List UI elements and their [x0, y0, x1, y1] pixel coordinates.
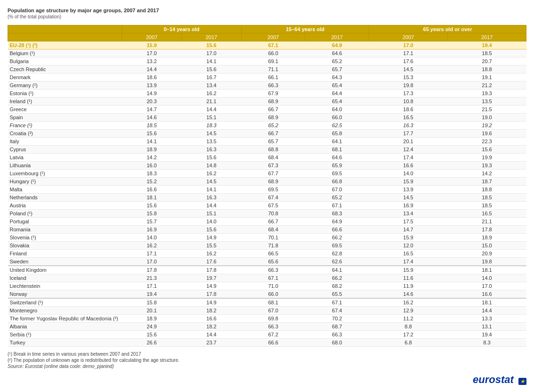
country-cell: Switzerland (¹)	[8, 298, 122, 307]
value-cell: 15.6	[447, 146, 526, 154]
value-cell: 67.5	[241, 202, 305, 210]
table-row: Sweden17.017.665.662.617.419.8	[8, 258, 526, 266]
value-cell: 65.2	[305, 57, 369, 65]
country-cell: Latvia	[8, 154, 122, 162]
value-cell: 12.4	[369, 146, 448, 154]
table-row: Luxembourg (¹)18.316.267.769.514.014.2	[8, 170, 526, 178]
value-cell: 64.6	[305, 49, 369, 57]
value-cell: 15.1	[182, 114, 242, 122]
value-cell: 18.9	[122, 315, 182, 323]
value-cell: 65.7	[305, 65, 369, 74]
value-cell: 66.3	[241, 266, 305, 274]
source: Source: Eurostat (online data code: demo…	[8, 364, 526, 369]
country-cell: United Kingdom	[8, 266, 122, 274]
value-cell: 16.6	[182, 315, 242, 323]
value-cell: 14.9	[122, 90, 182, 98]
value-cell: 67.1	[241, 274, 305, 282]
value-cell: 15.6	[182, 65, 242, 74]
value-cell: 64.3	[305, 74, 369, 82]
value-cell: 21.2	[447, 82, 526, 90]
value-cell: 18.1	[447, 298, 526, 307]
value-cell: 13.3	[447, 315, 526, 323]
value-cell: 21.1	[447, 218, 526, 226]
value-cell: 15.9	[369, 266, 448, 274]
value-cell: 68.0	[305, 339, 369, 347]
value-cell: 17.1	[369, 49, 448, 57]
country-cell: Romania	[8, 226, 122, 234]
value-cell: 17.5	[369, 218, 448, 226]
value-cell: 69.5	[241, 186, 305, 194]
country-cell: Belgium (¹)	[8, 49, 122, 57]
value-cell: 16.2	[122, 242, 182, 250]
value-cell: 18.9	[447, 234, 526, 242]
col-1564-2017: 2017	[305, 33, 369, 41]
value-cell: 69.5	[305, 242, 369, 250]
value-cell: 14.2	[122, 154, 182, 162]
country-cell: Bulgaria	[8, 57, 122, 65]
value-cell: 18.8	[447, 186, 526, 194]
value-cell: 18.1	[122, 194, 182, 202]
table-row: Croatia (²)15.614.566.765.817.719.6	[8, 130, 526, 138]
value-cell: 65.4	[305, 82, 369, 90]
value-cell: 17.7	[369, 130, 448, 138]
value-cell: 17.0	[182, 49, 242, 57]
country-cell: Malta	[8, 186, 122, 194]
value-cell: 13.1	[447, 323, 526, 331]
value-cell: 12.9	[369, 307, 448, 315]
table-row: Hungary (¹)15.214.568.966.815.918.7	[8, 178, 526, 186]
value-cell: 15.6	[122, 202, 182, 210]
value-cell: 14.4	[182, 106, 242, 114]
value-cell: 67.0	[241, 307, 305, 315]
value-cell: 21.3	[122, 274, 182, 282]
country-cell: EU-28 (¹) (²)	[8, 41, 122, 49]
col-country-year	[8, 33, 122, 41]
value-cell: 14.7	[122, 106, 182, 114]
value-cell: 16.5	[369, 114, 448, 122]
value-cell: 15.8	[122, 210, 182, 218]
value-cell: 17.0	[369, 41, 448, 49]
country-cell: Italy	[8, 138, 122, 146]
value-cell: 13.9	[122, 82, 182, 90]
value-cell: 66.1	[241, 74, 305, 82]
value-cell: 13.4	[369, 210, 448, 218]
value-cell: 18.3	[182, 122, 242, 130]
value-cell: 17.4	[369, 258, 448, 266]
table-row: Poland (¹)15.815.170.868.313.416.5	[8, 210, 526, 218]
value-cell: 16.5	[369, 250, 448, 258]
value-cell: 14.9	[182, 282, 242, 290]
value-cell: 15.9	[369, 178, 448, 186]
footnotes: (¹) Break in time series in various year…	[8, 351, 526, 369]
country-cell: Greece	[8, 106, 122, 114]
value-cell: 18.5	[122, 122, 182, 130]
value-cell: 14.1	[182, 186, 242, 194]
value-cell: 17.6	[369, 57, 448, 65]
eurostat-logo: eurostat ★	[8, 374, 526, 386]
value-cell: 21.1	[182, 98, 242, 106]
value-cell: 19.4	[122, 290, 182, 299]
value-cell: 18.1	[447, 266, 526, 274]
value-cell: 14.6	[369, 290, 448, 299]
table-row: Lithuania16.014.867.365.916.619.3	[8, 162, 526, 170]
table-row: Italy14.113.565.764.120.122.3	[8, 138, 526, 146]
value-cell: 17.0	[122, 258, 182, 266]
value-cell: 6.8	[369, 339, 448, 347]
value-cell: 17.8	[122, 266, 182, 274]
value-cell: 16.6	[369, 162, 448, 170]
value-cell: 14.5	[369, 194, 448, 202]
value-cell: 18.6	[122, 74, 182, 82]
value-cell: 15.6	[182, 41, 242, 49]
col-014-2017: 2017	[182, 33, 242, 41]
value-cell: 65.8	[305, 130, 369, 138]
value-cell: 66.0	[241, 49, 305, 57]
value-cell: 16.2	[369, 298, 448, 307]
value-cell: 21.5	[447, 106, 526, 114]
table-row: Slovenia (¹)14.014.970.166.215.918.9	[8, 234, 526, 242]
value-cell: 66.2	[305, 234, 369, 242]
country-cell: Lithuania	[8, 162, 122, 170]
value-cell: 66.0	[305, 114, 369, 122]
value-cell: 19.8	[447, 258, 526, 266]
value-cell: 68.8	[241, 146, 305, 154]
col-65-header: 65 years old or over	[369, 25, 526, 33]
eurostat-flag: ★	[518, 378, 526, 385]
value-cell: 69.1	[241, 57, 305, 65]
